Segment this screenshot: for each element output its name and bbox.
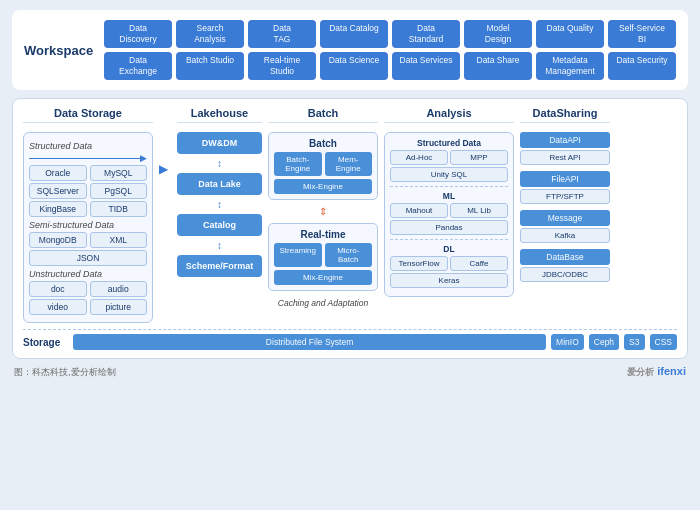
lake-scheme: Scheme/Format	[177, 255, 262, 277]
storage-css: CSS	[650, 334, 677, 350]
ws-btn-dataservices[interactable]: Data Services	[392, 52, 460, 80]
db-oracle: Oracle	[29, 165, 87, 181]
microbatch-engine: Micro-Batch	[325, 243, 373, 267]
storage-semi-label: Semi-structured Data	[29, 220, 147, 230]
analysis-dl: DL TensorFlow Caffe Keras	[390, 244, 508, 288]
analysis-adhoc-mpp: Ad-Hoc MPP	[390, 150, 508, 165]
storage-row2: SQLServer PgSQL	[29, 183, 147, 199]
analysis-mpp: MPP	[450, 150, 508, 165]
right-arrow-icon: ▶	[159, 162, 168, 176]
db-xml: XML	[90, 232, 148, 248]
ws-btn-search[interactable]: SearchAnalysis	[176, 20, 244, 48]
analysis-structured: Structured Data Ad-Hoc MPP Unity SQL	[390, 138, 508, 182]
ws-btn-discovery[interactable]: DataDiscovery	[104, 20, 172, 48]
db-sqlserver: SQLServer	[29, 183, 87, 199]
lake-dwdm: DW&DM	[177, 132, 262, 154]
sharing-dataapi: DataAPI Rest API	[520, 132, 610, 166]
sharing-restapi: Rest API	[520, 150, 610, 165]
workspace-row1: DataDiscovery SearchAnalysis DataTAG Dat…	[104, 20, 676, 48]
storage-dfs: Distributed File System	[73, 334, 546, 350]
db-kingbase: KingBase	[29, 201, 87, 217]
db-tidb: TIDB	[90, 201, 148, 217]
lake-catalog: Catalog	[177, 214, 262, 236]
analysis-tensorflow: TensorFlow	[390, 256, 448, 271]
storage-row-bottom: Storage Distributed File System MinIO Ce…	[23, 329, 677, 350]
ws-btn-catalog[interactable]: Data Catalog	[320, 20, 388, 48]
analysis-mahout: Mahout	[390, 203, 448, 218]
header-analysis: Analysis	[384, 107, 514, 123]
footer-brand-name: ifenxi	[657, 365, 686, 377]
sharing-database: DataBase JDBC/ODBC	[520, 249, 610, 283]
batch-realtime-arrows: ⇕	[268, 206, 378, 217]
db-audio: audio	[90, 281, 148, 297]
lake-arrow1: ↕	[177, 158, 262, 169]
analysis-caffe: Caffe	[450, 256, 508, 271]
lake-arrow2: ↕	[177, 199, 262, 210]
workspace-label: Workspace	[24, 43, 94, 58]
batch-engines: Batch-Engine Mem-Engine	[274, 152, 372, 176]
batch-mix-engine: Mix-Engine	[274, 179, 372, 194]
realtime-box: Real-time Streaming Micro-Batch Mix-Engi…	[268, 223, 378, 291]
header-sharing: DataSharing	[520, 107, 610, 123]
header-lakehouse: Lakehouse	[177, 107, 262, 123]
db-mysql: MySQL	[90, 165, 148, 181]
col-lakehouse: DW&DM ↕ Data Lake ↕ Catalog ↕ Scheme/For…	[177, 132, 262, 277]
sharing-jdbc: JDBC/ODBC	[520, 267, 610, 282]
sharing-message: Message Kafka	[520, 210, 610, 244]
analysis-adhoc: Ad-Hoc	[390, 150, 448, 165]
analysis-ml-items: Mahout ML Lib	[390, 203, 508, 218]
arch-headers: Data Storage Lakehouse Batch Analysis Da…	[23, 107, 677, 127]
ws-btn-batch-studio[interactable]: Batch Studio	[176, 52, 244, 80]
sharing-fileapi-btn: FileAPI	[520, 171, 610, 187]
storage-row1: Oracle MySQL	[29, 165, 147, 181]
analysis-dl-label: DL	[390, 244, 508, 254]
ws-btn-exchange[interactable]: DataExchange	[104, 52, 172, 80]
analysis-unitysql: Unity SQL	[390, 167, 508, 182]
storage-row5: doc audio	[29, 281, 147, 297]
ws-btn-selfservice[interactable]: Self-ServiceBI	[608, 20, 676, 48]
col-sharing: DataAPI Rest API FileAPI FTP/SFTP Messag…	[520, 132, 610, 285]
footer-credit: 图：科杰科技,爱分析绘制	[14, 366, 116, 379]
storage-ceph: Ceph	[589, 334, 619, 350]
ws-btn-tag[interactable]: DataTAG	[248, 20, 316, 48]
analysis-divider1	[390, 186, 508, 187]
analysis-structured-label: Structured Data	[390, 138, 508, 148]
ws-btn-realtime-studio[interactable]: Real-timeStudio	[248, 52, 316, 80]
ws-btn-quality[interactable]: Data Quality	[536, 20, 604, 48]
ws-btn-model[interactable]: ModelDesign	[464, 20, 532, 48]
header-storage: Data Storage	[23, 107, 153, 123]
workspace-grid-container: DataDiscovery SearchAnalysis DataTAG Dat…	[104, 20, 676, 80]
ws-btn-metadata[interactable]: MetadataManagement	[536, 52, 604, 80]
analysis-mllib: ML Lib	[450, 203, 508, 218]
batch-box: Batch Batch-Engine Mem-Engine Mix-Engine	[268, 132, 378, 200]
realtime-title: Real-time	[274, 229, 372, 240]
mem-engine: Mem-Engine	[325, 152, 373, 176]
page-container: Workspace DataDiscovery SearchAnalysis D…	[0, 0, 700, 387]
db-doc: doc	[29, 281, 87, 297]
analysis-keras: Keras	[390, 273, 508, 288]
storage-s3: S3	[624, 334, 644, 350]
footer-brand-prefix: 爱分析	[627, 367, 654, 377]
ws-btn-security[interactable]: Data Security	[608, 52, 676, 80]
analysis-ml-label: ML	[390, 191, 508, 201]
analysis-dl-items: TensorFlow Caffe	[390, 256, 508, 271]
footer-brand: 爱分析 ifenxi	[627, 365, 686, 379]
db-mongodb: MongoDB	[29, 232, 87, 248]
workspace-row2: DataExchange Batch Studio Real-timeStudi…	[104, 52, 676, 80]
ws-btn-standard[interactable]: DataStandard	[392, 20, 460, 48]
storage-row3: KingBase TIDB	[29, 201, 147, 217]
streaming-engine: Streaming	[274, 243, 322, 267]
structured-arrow-row: ▶	[29, 153, 147, 163]
db-pgsql: PgSQL	[90, 183, 148, 199]
analysis-divider2	[390, 239, 508, 240]
ws-btn-datashare[interactable]: Data Share	[464, 52, 532, 80]
lake-arrow3: ↕	[177, 240, 262, 251]
realtime-mix-engine: Mix-Engine	[274, 270, 372, 285]
analysis-ml: ML Mahout ML Lib Pandas	[390, 191, 508, 235]
ws-btn-datascience[interactable]: Data Science	[320, 52, 388, 80]
storage-minio: MinIO	[551, 334, 584, 350]
storage-to-lakehouse-arrow: ▶	[159, 132, 171, 176]
col-batch-realtime: Batch Batch-Engine Mem-Engine Mix-Engine…	[268, 132, 378, 311]
workspace-section: Workspace DataDiscovery SearchAnalysis D…	[12, 10, 688, 90]
caching-label: Caching and Adaptation	[268, 295, 378, 311]
